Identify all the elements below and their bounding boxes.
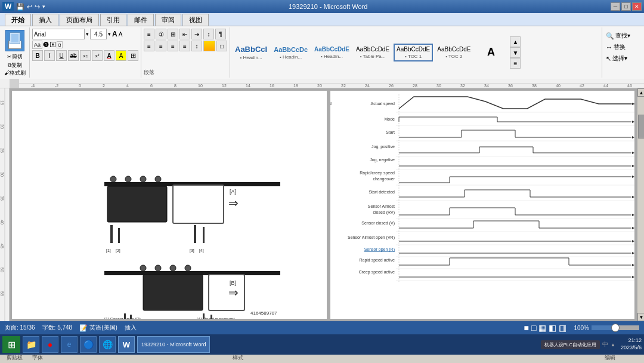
view-web-btn[interactable]: ▦ — [538, 323, 546, 333]
highlight-button[interactable]: A — [116, 50, 126, 61]
subscript-button[interactable]: x₂ — [80, 50, 91, 61]
tab-mail[interactable]: 邮件 — [128, 14, 154, 26]
restore-btn[interactable]: □ — [621, 2, 631, 11]
font-style-3[interactable]: ꭤ — [57, 41, 63, 48]
taskbar-btn-ie[interactable]: e — [61, 336, 78, 353]
number-list-button[interactable]: ① — [156, 29, 166, 39]
font-grow[interactable]: A — [112, 30, 117, 38]
copy-button[interactable]: ⧉复制 — [8, 61, 22, 69]
decrease-indent-button[interactable]: ⇤ — [179, 29, 190, 39]
font-size-input[interactable] — [90, 29, 107, 39]
quick-access-arrow[interactable]: ▾ — [42, 4, 45, 10]
font-style-2[interactable]: 🄰 — [50, 42, 55, 48]
show-marks-button[interactable]: ¶ — [215, 29, 226, 39]
zoom-slider[interactable] — [592, 325, 639, 330]
svg-text:Actual speed: Actual speed — [371, 101, 395, 106]
svg-marker-92 — [632, 176, 634, 178]
scroll-thumb[interactable] — [638, 115, 645, 139]
style-heading3[interactable]: AaBbCcDdE • Headin... — [312, 44, 352, 61]
find-button[interactable]: 🔍 查找▾ — [605, 31, 642, 41]
svg-text:0: 0 — [79, 84, 81, 88]
bold-button[interactable]: B — [32, 50, 43, 61]
scroll-up-btn[interactable]: ▲ — [637, 88, 645, 97]
taskbar-active-app[interactable]: 19329210 - Microsoft Word — [137, 336, 210, 353]
view-reading-btn[interactable]: □ — [531, 323, 536, 333]
justify-button[interactable]: ≡ — [179, 41, 190, 51]
view-normal-btn[interactable]: ■ — [524, 323, 528, 333]
svg-text:⇒: ⇒ — [228, 196, 239, 210]
view-outline-btn[interactable]: ◧ — [549, 323, 556, 333]
clear-format[interactable]: Aa — [32, 41, 42, 49]
view-draft-btn[interactable]: ▥ — [559, 323, 566, 333]
font-size-arrow[interactable]: ▾ — [108, 31, 111, 37]
format-painter-button[interactable]: 🖌格式刷 — [4, 69, 26, 77]
svg-point-40 — [155, 176, 161, 182]
font-name-arrow[interactable]: ▾ — [86, 31, 89, 37]
tab-references[interactable]: 引用 — [100, 14, 126, 26]
italic-button[interactable]: I — [44, 50, 55, 61]
underline-button[interactable]: U — [56, 50, 67, 61]
tab-layout[interactable]: 页面布局 — [60, 14, 99, 26]
svg-text:4164589707: 4164589707 — [250, 310, 277, 316]
timing-diagram: Actual speed Actual speed Mode Start Jog… — [330, 91, 634, 319]
close-btn[interactable]: ✕ — [632, 2, 642, 11]
taskbar-btn-app1[interactable]: ● — [42, 336, 58, 353]
font-settings-button[interactable]: ⊞ — [128, 50, 138, 61]
start-button[interactable]: ⊞ — [2, 336, 20, 353]
styles-down[interactable]: ▼ — [510, 47, 521, 58]
taskbar-btn-word[interactable]: W — [118, 336, 135, 353]
border-button[interactable]: □ — [216, 41, 227, 51]
svg-text:40: 40 — [0, 220, 4, 224]
cut-button[interactable]: ✂剪切 — [7, 53, 23, 61]
sort-button[interactable]: ↕ — [203, 29, 214, 39]
replace-button[interactable]: ↔ 替换 — [605, 42, 642, 52]
quick-undo[interactable]: ↩ — [27, 3, 32, 11]
svg-text:22: 22 — [341, 84, 346, 88]
tab-view[interactable]: 视图 — [182, 14, 209, 26]
svg-text:4: 4 — [126, 84, 129, 88]
taskbar-btn-app2[interactable]: 🔵 — [80, 336, 97, 353]
bullet-list-button[interactable]: ≡ — [144, 29, 154, 39]
line-spacing-button[interactable]: ↕ — [191, 41, 202, 51]
font-name-input[interactable] — [32, 29, 85, 39]
align-left-button[interactable]: ≡ — [144, 41, 154, 51]
quick-save[interactable]: 💾 — [16, 3, 24, 11]
tab-start[interactable]: 开始 — [5, 14, 31, 26]
taskbar-btn-app3[interactable]: 🌐 — [99, 336, 116, 353]
svg-text:46: 46 — [627, 84, 632, 88]
minimize-btn[interactable]: ─ — [611, 2, 620, 11]
tab-review[interactable]: 审阅 — [155, 14, 181, 26]
paste-button[interactable] — [5, 30, 24, 51]
align-right-button[interactable]: ≡ — [168, 41, 178, 51]
svg-text:[A] Rapid movement: [A] Rapid movement — [197, 317, 234, 319]
style-toc1[interactable]: AaBbCcDdE • TOC 1 — [394, 44, 433, 61]
shading-button[interactable] — [203, 41, 215, 51]
increase-indent-button[interactable]: ⇥ — [191, 29, 202, 39]
style-normal[interactable]: A — [475, 44, 507, 61]
tab-insert[interactable]: 插入 — [32, 14, 58, 26]
scroll-down-btn[interactable]: ▼ — [637, 313, 645, 321]
styles-up[interactable]: ▲ — [510, 36, 521, 47]
font-style-1[interactable]: 🅐 — [44, 42, 49, 48]
quick-redo[interactable]: ↪ — [35, 3, 40, 11]
font-shrink[interactable]: A — [119, 31, 123, 38]
multilevel-list-button[interactable]: ⊞ — [168, 29, 178, 39]
svg-marker-105 — [632, 252, 634, 254]
svg-point-38 — [125, 176, 131, 182]
taskbar-btn-file-explorer[interactable]: 📁 — [23, 336, 39, 353]
style-heading2[interactable]: AaBbCcDc • Headin... — [271, 44, 310, 61]
select-button[interactable]: ↖ 选择▾ — [605, 54, 642, 63]
superscript-button[interactable]: x² — [92, 50, 103, 61]
tray-arrow[interactable]: ▲ — [611, 342, 615, 347]
style-table-para[interactable]: AaBbCcDdE • Table Pa... — [354, 44, 392, 61]
style-heading1[interactable]: AaBbCcI • Headin... — [233, 43, 270, 62]
vertical-scrollbar[interactable]: ▲ ▼ — [637, 88, 644, 321]
svg-text:14: 14 — [246, 84, 250, 88]
insert-mode[interactable]: 插入 — [125, 324, 137, 332]
font-color-button[interactable]: A — [104, 50, 114, 61]
style-toc2[interactable]: AaBbCcDdE • TOC 2 — [435, 44, 473, 61]
styles-more[interactable]: ≡ — [510, 58, 521, 69]
align-center-button[interactable]: ≡ — [156, 41, 166, 51]
strikethrough-button[interactable]: ab — [68, 50, 79, 61]
ime-indicator[interactable]: 中 — [602, 340, 608, 349]
